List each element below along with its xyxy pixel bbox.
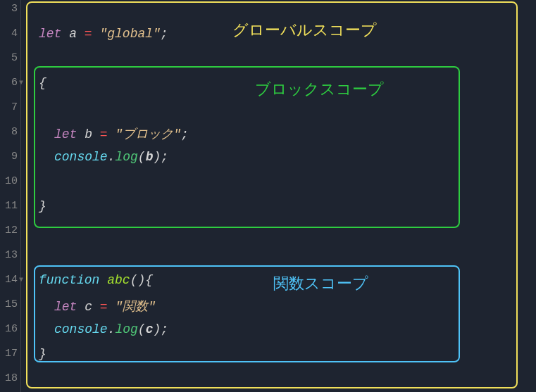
block-scope-box [34, 66, 460, 228]
block-scope-label: ブロックスコープ [255, 79, 384, 100]
line-number: 13 [0, 249, 18, 261]
line-number: 16 [0, 323, 18, 335]
line-number: 12 [0, 225, 18, 236]
line-number: 3 [0, 3, 18, 15]
line-number: 7 [0, 101, 18, 113]
function-scope-box [34, 265, 460, 362]
fold-arrow-icon[interactable]: ▼ [19, 276, 23, 284]
line-number: 4 [0, 27, 18, 39]
line-number: 18 [0, 372, 18, 384]
line-gutter: 3 4 5 6 ▼ 7 8 9 10 11 12 13 14 ▼ 15 16 1… [0, 0, 21, 392]
line-number: 5 [0, 52, 18, 64]
fold-arrow-icon[interactable]: ▼ [19, 79, 23, 87]
line-number: 9 [0, 151, 18, 163]
line-number: 14 [0, 274, 18, 286]
global-scope-label: グローバルスコープ [232, 20, 377, 41]
line-number: 6 [0, 77, 18, 89]
line-number: 10 [0, 175, 18, 187]
function-scope-label: 関数スコープ [273, 273, 368, 294]
line-number: 15 [0, 298, 18, 310]
line-number: 8 [0, 126, 18, 138]
line-number: 11 [0, 200, 18, 212]
line-number: 17 [0, 348, 18, 360]
